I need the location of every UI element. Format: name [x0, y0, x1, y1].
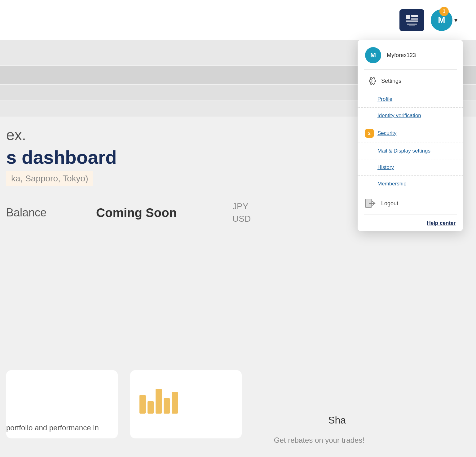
history-link[interactable]: History [377, 164, 394, 170]
coming-soon-text: Coming Soon [96, 206, 177, 220]
help-center-link[interactable]: Help center [427, 220, 456, 226]
chevron-down-icon: ▾ [454, 16, 457, 24]
security-link[interactable]: Security [377, 130, 396, 136]
user-avatar-button[interactable]: 1 M ▾ [431, 9, 457, 31]
svg-rect-4 [407, 24, 417, 25]
svg-rect-0 [406, 15, 410, 19]
menu-item-logout[interactable]: Logout [358, 192, 463, 215]
profile-link[interactable]: Profile [377, 96, 392, 102]
menu-avatar: M [365, 47, 381, 63]
gear-icon [365, 75, 376, 87]
menu-user-header: M Myforex123 [358, 40, 463, 69]
currency-usd: USD [232, 214, 251, 224]
text-cities: ka, Sapporo, Tokyo) [6, 171, 93, 186]
notification-badge: 1 [439, 7, 449, 16]
settings-section-header: Settings [358, 70, 463, 91]
menu-item-mail[interactable]: Mail & Display settings [358, 143, 463, 159]
svg-rect-3 [406, 20, 418, 22]
balance-label: Balance [6, 206, 46, 219]
menu-username: Myforex123 [387, 52, 416, 59]
settings-label: Settings [381, 78, 401, 84]
header: 1 M ▾ [0, 0, 476, 40]
security-badge: 2 [365, 129, 374, 138]
header-right: 1 M ▾ [398, 6, 457, 34]
menu-item-membership[interactable]: Membership [358, 176, 463, 192]
card-2 [130, 370, 242, 438]
logout-icon [365, 198, 376, 209]
dashboard-icon-button[interactable] [398, 6, 426, 34]
identity-link[interactable]: Identity verification [377, 113, 421, 118]
svg-rect-5 [409, 25, 415, 26]
membership-link[interactable]: Membership [377, 181, 407, 187]
currency-jpy: JPY [232, 202, 251, 211]
menu-item-history[interactable]: History [358, 159, 463, 176]
menu-item-security[interactable]: 2 Security [358, 124, 463, 143]
svg-rect-1 [411, 15, 418, 17]
menu-item-identity[interactable]: Identity verification [358, 108, 463, 124]
share-text: Sha [328, 415, 346, 426]
dashboard-icon [399, 9, 424, 31]
logout-label: Logout [381, 200, 398, 207]
menu-item-profile[interactable]: Profile [358, 91, 463, 108]
svg-rect-2 [411, 18, 418, 20]
user-dropdown-menu: M Myforex123 Settings Profile Identity v… [358, 40, 463, 231]
portfolio-text: portfolio and performance in [6, 424, 99, 432]
mail-link[interactable]: Mail & Display settings [377, 148, 430, 154]
rebates-desc: Get rebates on your trades! [274, 436, 364, 445]
menu-footer: Help center [358, 215, 463, 231]
